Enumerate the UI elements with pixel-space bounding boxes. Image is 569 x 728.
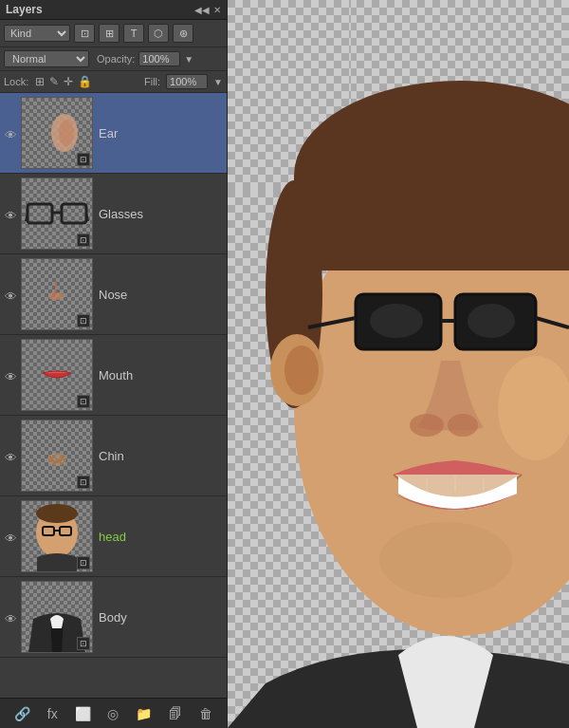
lock-all-btn[interactable]: 🔒	[77, 75, 93, 88]
footer-fx-btn[interactable]: fx	[44, 704, 62, 723]
svg-point-11	[36, 504, 78, 523]
blend-mode-select[interactable]: Normal Dissolve Multiply Screen Overlay	[4, 50, 89, 67]
layer-name-body: Body	[97, 610, 227, 625]
layer-name-ear: Ear	[97, 126, 227, 140]
layer-visibility-glasses[interactable]: 👁	[0, 176, 21, 252]
layer-visibility-body[interactable]: 👁	[0, 579, 21, 655]
footer-link-btn[interactable]: 🔗	[10, 704, 34, 723]
fill-input[interactable]: 100%	[166, 74, 208, 89]
svg-rect-2	[28, 204, 52, 223]
footer-adjust-btn[interactable]: ◎	[103, 704, 122, 723]
svg-point-32	[370, 304, 423, 338]
lock-icons: ⊞ ✎ ✛ 🔒	[34, 75, 93, 88]
lock-move-btn[interactable]: ✛	[63, 75, 74, 88]
layer-thumb-nose: ⊡	[21, 258, 93, 330]
layer-item-body[interactable]: 👁 ⊡ Body	[0, 577, 227, 658]
layers-list: 👁 ⊡ Ear 👁	[0, 93, 227, 698]
layer-item-glasses[interactable]: 👁 ⊡ Glasses	[0, 174, 227, 254]
fill-label: Fill:	[144, 76, 160, 87]
layers-panel: Layers ◀◀ ✕ Kind Name Effect Mode Attrib…	[0, 0, 228, 728]
filter-shape-btn[interactable]: ⬡	[148, 24, 169, 43]
lock-transparent-btn[interactable]: ⊞	[34, 75, 46, 88]
layer-badge-glasses: ⊡	[77, 233, 90, 247]
footer-group-btn[interactable]: 📁	[132, 704, 156, 723]
svg-rect-23	[294, 176, 569, 271]
titlebar-icons: ◀◀ ✕	[194, 5, 221, 15]
filter-adjust-btn[interactable]: ⊞	[99, 24, 119, 43]
opacity-arrow[interactable]: ▼	[184, 54, 193, 65]
footer-new-btn[interactable]: 🗐	[165, 704, 186, 723]
layer-thumb-body: ⊡	[21, 581, 93, 653]
panel-footer: 🔗 fx ⬜ ◎ 📁 🗐 🗑	[0, 698, 227, 728]
layer-thumb-mouth: ⊡	[21, 339, 93, 411]
layer-item-chin[interactable]: 👁 ⊡ Chin	[0, 416, 227, 496]
lock-row: Lock: ⊞ ✎ ✛ 🔒 Fill: 100% ▼	[0, 71, 227, 93]
layer-item-ear[interactable]: 👁 ⊡ Ear	[0, 93, 227, 174]
layer-badge-body: ⊡	[77, 637, 90, 650]
layer-visibility-nose[interactable]: 👁	[0, 256, 21, 332]
layer-visibility-mouth[interactable]: 👁	[0, 337, 21, 413]
blend-row: Normal Dissolve Multiply Screen Overlay …	[0, 47, 227, 71]
lock-paint-btn[interactable]: ✎	[48, 75, 60, 88]
layer-item-mouth[interactable]: 👁 ⊡ Mouth	[0, 335, 227, 416]
layer-badge-mouth: ⊡	[77, 395, 90, 408]
layer-visibility-chin[interactable]: 👁	[0, 418, 21, 494]
layer-name-glasses: Glasses	[97, 207, 227, 221]
lock-label: Lock:	[4, 76, 28, 87]
layer-item-head[interactable]: 👁 ⊡	[0, 496, 227, 577]
svg-point-26	[284, 345, 319, 395]
svg-rect-3	[62, 204, 86, 223]
layer-badge-nose: ⊡	[77, 314, 90, 327]
layer-visibility-head[interactable]: 👁	[0, 498, 21, 574]
layer-thumb-chin: ⊡	[21, 420, 93, 492]
layer-name-head: head	[97, 530, 227, 544]
layer-thumb-head: ⊡	[21, 500, 93, 572]
close-icon[interactable]: ✕	[213, 5, 221, 15]
filter-row: Kind Name Effect Mode Attribute Color Sm…	[0, 20, 227, 47]
layer-name-nose: Nose	[97, 288, 227, 302]
opacity-label: Opacity:	[97, 53, 135, 65]
svg-point-39	[379, 522, 512, 598]
footer-delete-btn[interactable]: 🗑	[195, 704, 216, 723]
layer-visibility-ear[interactable]: 👁	[0, 95, 21, 171]
panel-title: Layers	[6, 3, 43, 16]
layer-name-mouth: Mouth	[97, 368, 227, 383]
filter-smart-btn[interactable]: ⊛	[173, 24, 193, 43]
layer-badge-chin: ⊡	[77, 476, 90, 489]
layer-thumb-ear: ⊡	[21, 97, 93, 169]
opacity-input[interactable]: 100%	[138, 51, 180, 66]
kind-select[interactable]: Kind Name Effect Mode Attribute Color Sm…	[4, 25, 70, 42]
svg-point-34	[410, 414, 444, 437]
svg-point-1	[59, 120, 74, 146]
svg-point-33	[468, 304, 515, 338]
layer-thumb-glasses: ⊡	[21, 177, 93, 250]
filter-pixel-btn[interactable]: ⊡	[74, 24, 95, 43]
layer-item-nose[interactable]: 👁 ⊡ Nose	[0, 254, 227, 335]
filter-text-btn[interactable]: T	[123, 24, 144, 43]
image-panel	[228, 0, 569, 728]
layer-badge-head: ⊡	[77, 556, 90, 569]
fill-arrow[interactable]: ▼	[213, 77, 223, 87]
footer-mask-btn[interactable]: ⬜	[71, 704, 95, 723]
layer-name-chin: Chin	[97, 449, 227, 463]
face-illustration	[228, 0, 569, 728]
layer-badge-ear: ⊡	[77, 153, 90, 166]
collapse-icon[interactable]: ◀◀	[194, 5, 210, 15]
panel-titlebar: Layers ◀◀ ✕	[0, 0, 227, 20]
svg-point-35	[448, 414, 478, 437]
svg-point-9	[47, 453, 66, 466]
